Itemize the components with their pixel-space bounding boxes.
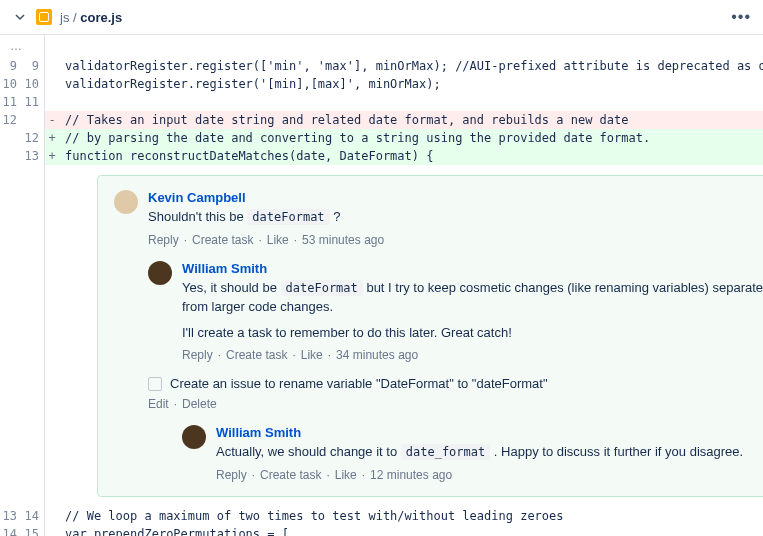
code-area: validatorRegister.register(['min', 'max'… <box>45 35 763 507</box>
gutter-row: 1314 <box>0 507 44 525</box>
code-chip: dateFormat <box>281 280 363 296</box>
line-gutter: … 9910101111121213 <box>0 35 45 507</box>
comment-timestamp: 12 minutes ago <box>370 468 452 482</box>
code-line[interactable]: validatorRegister.register('[min],[max]'… <box>45 75 763 93</box>
code-line[interactable]: +// by parsing the date and converting t… <box>45 129 763 147</box>
like-action[interactable]: Like <box>267 233 289 247</box>
comment-text: Yes, it should be dateFormat but I try t… <box>182 278 763 317</box>
diff-bottom: 13141415 … // We loop a maximum of two t… <box>0 507 763 537</box>
line-gutter: 13141415 … <box>0 507 45 537</box>
comment-actions: Reply·Create task·Like·53 minutes ago <box>148 233 763 247</box>
comment-root: Kevin Campbell Shouldn't this be dateFor… <box>114 190 763 247</box>
code-line[interactable]: // We loop a maximum of two times to tes… <box>45 507 763 525</box>
gutter-row: 13 <box>0 147 44 165</box>
code-chip: date_format <box>401 444 490 460</box>
comment-text: I'll create a task to remember to do thi… <box>182 323 763 343</box>
gutter-row: 99 <box>0 57 44 75</box>
task-actions: Edit·Delete <box>148 397 763 411</box>
reply-action[interactable]: Reply <box>148 233 179 247</box>
reply-action[interactable]: Reply <box>216 468 247 482</box>
comment-text: Actually, we should change it to date_fo… <box>216 442 763 462</box>
create-task-action[interactable]: Create task <box>260 468 321 482</box>
create-task-action[interactable]: Create task <box>226 348 287 362</box>
create-task-action[interactable]: Create task <box>192 233 253 247</box>
comment-author[interactable]: Kevin Campbell <box>148 190 763 205</box>
comment-timestamp: 34 minutes ago <box>336 348 418 362</box>
reply-action[interactable]: Reply <box>182 348 213 362</box>
delete-action[interactable]: Delete <box>182 397 217 411</box>
like-action[interactable]: Like <box>301 348 323 362</box>
code-line[interactable]: -// Takes an input date string and relat… <box>45 111 763 129</box>
comment-thread: Kevin Campbell Shouldn't this be dateFor… <box>97 175 763 497</box>
file-header: js / core.js ••• <box>0 0 763 35</box>
avatar[interactable] <box>114 190 138 214</box>
diff-container: … 9910101111121213 validatorRegister.reg… <box>0 35 763 507</box>
comment-reply-nested: William Smith Actually, we should change… <box>182 425 763 482</box>
gutter-row: 1111 <box>0 93 44 111</box>
code-chip: dateFormat <box>247 209 329 225</box>
code-line[interactable]: var prependZeroPermutations = [ <box>45 525 763 537</box>
like-action[interactable]: Like <box>335 468 357 482</box>
gutter-row: 12 <box>0 129 44 147</box>
code-line[interactable] <box>45 93 763 111</box>
collapse-chevron-icon[interactable] <box>12 9 28 25</box>
comment-timestamp: 53 minutes ago <box>302 233 384 247</box>
task-label: Create an issue to rename variable "Date… <box>170 376 548 391</box>
gutter-row: 12 <box>0 111 44 129</box>
comment-author[interactable]: William Smith <box>216 425 763 440</box>
task-item: Create an issue to rename variable "Date… <box>148 376 763 391</box>
file-type-icon <box>36 9 52 25</box>
comment-actions: Reply·Create task·Like·12 minutes ago <box>216 468 763 482</box>
comment-author[interactable]: William Smith <box>182 261 763 276</box>
code-line[interactable]: validatorRegister.register(['min', 'max'… <box>45 57 763 75</box>
task-checkbox[interactable] <box>148 377 162 391</box>
header-left: js / core.js <box>12 9 122 25</box>
comment-reply: William Smith Yes, it should be dateForm… <box>148 261 763 363</box>
comment-actions: Reply·Create task·Like·34 minutes ago <box>182 348 763 362</box>
comment-text: Shouldn't this be dateFormat ? <box>148 207 763 227</box>
edit-action[interactable]: Edit <box>148 397 169 411</box>
avatar[interactable] <box>148 261 172 285</box>
code-area: // We loop a maximum of two times to tes… <box>45 507 763 537</box>
avatar[interactable] <box>182 425 206 449</box>
code-line[interactable]: +function reconstructDateMatches(date, D… <box>45 147 763 165</box>
more-menu-icon[interactable]: ••• <box>731 8 751 26</box>
breadcrumb[interactable]: js / core.js <box>60 10 122 25</box>
spacer <box>45 35 763 57</box>
collapsed-indicator[interactable]: … <box>0 35 44 57</box>
gutter-row: 1010 <box>0 75 44 93</box>
gutter-row: 1415 <box>0 525 44 537</box>
